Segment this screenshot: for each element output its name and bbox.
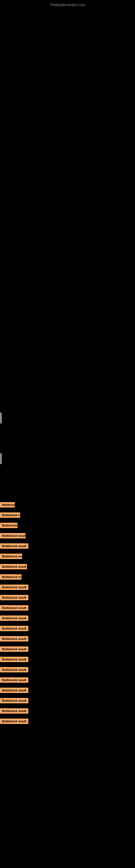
list-item: Bottleneck result [0,563,135,571]
bottleneck-result-badge[interactable]: Bottleneck result [0,564,27,569]
results-section: Bottleneck resultBottleneck resultBottle… [0,497,135,731]
bottleneck-result-badge[interactable]: Bottleneck result [0,718,28,724]
bottleneck-result-badge[interactable]: Bottleneck result [0,636,28,642]
list-item: Bottleneck result [0,656,135,664]
list-item: Bottleneck result [0,614,135,623]
list-item: Bottleneck result [0,635,135,644]
bottleneck-result-badge[interactable]: Bottleneck result [0,646,28,652]
list-item: Bottleneck result [0,522,135,530]
list-item: Bottleneck result [0,676,135,685]
list-item: Bottleneck result [0,717,135,726]
bottleneck-result-badge[interactable]: Bottleneck result [0,667,28,673]
list-item: Bottleneck result [0,707,135,716]
list-item: Bottleneck result [0,697,135,706]
bottleneck-result-badge[interactable]: Bottleneck result [0,502,15,507]
list-item: Bottleneck result [0,604,135,613]
bottleneck-result-badge[interactable]: Bottleneck result [0,688,28,693]
bottleneck-result-badge[interactable]: Bottleneck result [0,605,28,611]
list-item: Bottleneck result [0,686,135,695]
vertical-bar-1 [1,412,1,424]
bottleneck-result-badge[interactable]: Bottleneck result [0,523,17,528]
list-item: Bottleneck result [0,532,135,540]
list-item: Bottleneck result [0,594,135,602]
list-item: Bottleneck result [0,625,135,633]
bottleneck-result-badge[interactable]: Bottleneck result [0,585,28,590]
list-item: Bottleneck result [0,573,135,582]
bottleneck-result-badge[interactable]: Bottleneck result [0,626,28,631]
list-item: Bottleneck result [0,584,135,592]
bottleneck-result-badge[interactable]: Bottleneck result [0,708,28,714]
list-item: Bottleneck result [0,511,135,520]
site-title: TheBottlenecker.com [0,0,135,8]
vertical-bar-2 [1,453,1,464]
list-item: Bottleneck result [0,553,135,561]
bottleneck-result-badge[interactable]: Bottleneck result [0,533,26,538]
bottleneck-result-badge[interactable]: Bottleneck result [0,543,28,549]
list-item: Bottleneck result [0,501,135,510]
bottleneck-result-badge[interactable]: Bottleneck result [0,657,28,662]
bottleneck-result-badge[interactable]: Bottleneck result [0,595,28,600]
chart-area [0,8,135,497]
bottleneck-result-badge[interactable]: Bottleneck result [0,698,28,703]
bottleneck-result-badge[interactable]: Bottleneck result [0,513,20,518]
bottleneck-result-badge[interactable]: Bottleneck result [0,616,28,621]
bottleneck-result-badge[interactable]: Bottleneck result [0,554,22,559]
list-item: Bottleneck result [0,645,135,654]
bottleneck-result-badge[interactable]: Bottleneck result [0,677,28,683]
bottleneck-result-badge[interactable]: Bottleneck result [0,574,21,580]
list-item: Bottleneck result [0,666,135,675]
list-item: Bottleneck result [0,542,135,551]
